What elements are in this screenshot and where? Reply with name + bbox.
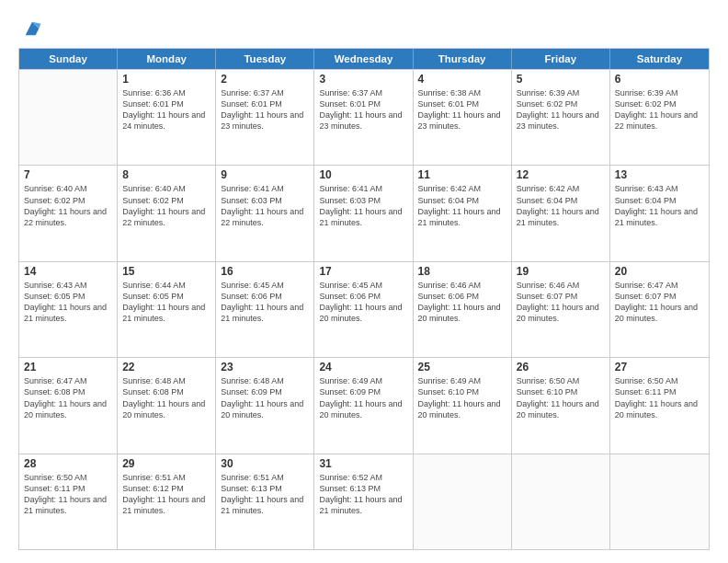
cell-info: Sunrise: 6:39 AMSunset: 6:02 PMDaylight:… — [615, 87, 704, 132]
cell-info: Sunrise: 6:45 AMSunset: 6:06 PMDaylight:… — [319, 280, 407, 325]
calendar-cell: 6Sunrise: 6:39 AMSunset: 6:02 PMDaylight… — [610, 70, 709, 165]
calendar-body: 1Sunrise: 6:36 AMSunset: 6:01 PMDaylight… — [19, 69, 709, 549]
day-number: 1 — [122, 73, 210, 86]
logo — [18, 17, 42, 39]
cell-info: Sunrise: 6:48 AMSunset: 6:09 PMDaylight:… — [221, 375, 309, 420]
cell-info: Sunrise: 6:50 AMSunset: 6:10 PMDaylight:… — [517, 375, 605, 420]
calendar-cell: 29Sunrise: 6:51 AMSunset: 6:12 PMDayligh… — [118, 454, 216, 549]
header-day-friday: Friday — [512, 49, 610, 69]
day-number: 28 — [24, 457, 112, 470]
page: SundayMondayTuesdayWednesdayThursdayFrid… — [0, 0, 728, 563]
cell-info: Sunrise: 6:41 AMSunset: 6:03 PMDaylight:… — [319, 183, 407, 228]
calendar-cell: 13Sunrise: 6:43 AMSunset: 6:04 PMDayligh… — [610, 166, 709, 260]
cell-info: Sunrise: 6:48 AMSunset: 6:08 PMDaylight:… — [122, 375, 210, 420]
calendar-cell: 18Sunrise: 6:46 AMSunset: 6:06 PMDayligh… — [414, 262, 512, 357]
calendar-cell — [610, 454, 709, 549]
calendar-row: 7Sunrise: 6:40 AMSunset: 6:02 PMDaylight… — [19, 165, 709, 260]
calendar-cell: 22Sunrise: 6:48 AMSunset: 6:08 PMDayligh… — [118, 358, 216, 453]
calendar-cell: 14Sunrise: 6:43 AMSunset: 6:05 PMDayligh… — [19, 262, 118, 357]
cell-info: Sunrise: 6:44 AMSunset: 6:05 PMDaylight:… — [122, 280, 210, 325]
cell-info: Sunrise: 6:52 AMSunset: 6:13 PMDaylight:… — [319, 472, 407, 517]
cell-info: Sunrise: 6:39 AMSunset: 6:02 PMDaylight:… — [517, 87, 605, 132]
cell-info: Sunrise: 6:37 AMSunset: 6:01 PMDaylight:… — [319, 87, 407, 132]
calendar-cell: 9Sunrise: 6:41 AMSunset: 6:03 PMDaylight… — [216, 166, 314, 260]
day-number: 12 — [517, 168, 605, 181]
cell-info: Sunrise: 6:46 AMSunset: 6:06 PMDaylight:… — [418, 280, 506, 325]
day-number: 19 — [517, 265, 605, 278]
day-number: 10 — [319, 168, 407, 181]
calendar-cell: 24Sunrise: 6:49 AMSunset: 6:09 PMDayligh… — [314, 358, 413, 453]
cell-info: Sunrise: 6:40 AMSunset: 6:02 PMDaylight:… — [24, 183, 112, 228]
day-number: 4 — [418, 73, 506, 86]
calendar-cell: 26Sunrise: 6:50 AMSunset: 6:10 PMDayligh… — [512, 358, 610, 453]
calendar-cell: 12Sunrise: 6:42 AMSunset: 6:04 PMDayligh… — [512, 166, 610, 260]
calendar-cell — [414, 454, 512, 549]
calendar-cell: 17Sunrise: 6:45 AMSunset: 6:06 PMDayligh… — [314, 262, 413, 357]
calendar-cell: 25Sunrise: 6:49 AMSunset: 6:10 PMDayligh… — [414, 358, 512, 453]
calendar-cell: 15Sunrise: 6:44 AMSunset: 6:05 PMDayligh… — [118, 262, 216, 357]
cell-info: Sunrise: 6:46 AMSunset: 6:07 PMDaylight:… — [517, 280, 605, 325]
calendar-cell: 7Sunrise: 6:40 AMSunset: 6:02 PMDaylight… — [19, 166, 118, 260]
calendar-cell: 31Sunrise: 6:52 AMSunset: 6:13 PMDayligh… — [314, 454, 413, 549]
calendar-cell: 8Sunrise: 6:40 AMSunset: 6:02 PMDaylight… — [118, 166, 216, 260]
calendar-cell — [512, 454, 610, 549]
cell-info: Sunrise: 6:38 AMSunset: 6:01 PMDaylight:… — [418, 87, 506, 132]
cell-info: Sunrise: 6:49 AMSunset: 6:09 PMDaylight:… — [319, 375, 407, 420]
calendar-cell: 30Sunrise: 6:51 AMSunset: 6:13 PMDayligh… — [216, 454, 314, 549]
day-number: 17 — [319, 265, 407, 278]
calendar-cell: 10Sunrise: 6:41 AMSunset: 6:03 PMDayligh… — [314, 166, 413, 260]
day-number: 9 — [221, 168, 309, 181]
cell-info: Sunrise: 6:49 AMSunset: 6:10 PMDaylight:… — [418, 375, 506, 420]
day-number: 2 — [221, 73, 309, 86]
calendar-cell: 21Sunrise: 6:47 AMSunset: 6:08 PMDayligh… — [19, 358, 118, 453]
cell-info: Sunrise: 6:41 AMSunset: 6:03 PMDaylight:… — [221, 183, 309, 228]
day-number: 25 — [418, 361, 506, 373]
calendar-cell: 5Sunrise: 6:39 AMSunset: 6:02 PMDaylight… — [512, 70, 610, 165]
header-day-wednesday: Wednesday — [314, 49, 413, 69]
calendar-cell — [19, 70, 118, 165]
cell-info: Sunrise: 6:36 AMSunset: 6:01 PMDaylight:… — [122, 87, 210, 132]
calendar-cell: 2Sunrise: 6:37 AMSunset: 6:01 PMDaylight… — [216, 70, 314, 165]
calendar-cell: 27Sunrise: 6:50 AMSunset: 6:11 PMDayligh… — [610, 358, 709, 453]
calendar-cell: 4Sunrise: 6:38 AMSunset: 6:01 PMDaylight… — [414, 70, 512, 165]
day-number: 15 — [122, 265, 210, 278]
day-number: 18 — [418, 265, 506, 278]
cell-info: Sunrise: 6:42 AMSunset: 6:04 PMDaylight:… — [517, 183, 605, 228]
calendar-cell: 28Sunrise: 6:50 AMSunset: 6:11 PMDayligh… — [19, 454, 118, 549]
day-number: 13 — [615, 168, 704, 181]
day-number: 22 — [122, 361, 210, 373]
header-day-thursday: Thursday — [414, 49, 512, 69]
calendar-row: 28Sunrise: 6:50 AMSunset: 6:11 PMDayligh… — [19, 454, 709, 549]
day-number: 31 — [319, 457, 407, 470]
cell-info: Sunrise: 6:51 AMSunset: 6:13 PMDaylight:… — [221, 472, 309, 517]
calendar-row: 21Sunrise: 6:47 AMSunset: 6:08 PMDayligh… — [19, 357, 709, 453]
day-number: 11 — [418, 168, 506, 181]
day-number: 23 — [221, 361, 309, 373]
header-day-tuesday: Tuesday — [216, 49, 314, 69]
calendar-cell: 3Sunrise: 6:37 AMSunset: 6:01 PMDaylight… — [314, 70, 413, 165]
calendar-cell: 19Sunrise: 6:46 AMSunset: 6:07 PMDayligh… — [512, 262, 610, 357]
cell-info: Sunrise: 6:50 AMSunset: 6:11 PMDaylight:… — [24, 472, 112, 517]
calendar-cell: 16Sunrise: 6:45 AMSunset: 6:06 PMDayligh… — [216, 262, 314, 357]
cell-info: Sunrise: 6:37 AMSunset: 6:01 PMDaylight:… — [221, 87, 309, 132]
cell-info: Sunrise: 6:42 AMSunset: 6:04 PMDaylight:… — [418, 183, 506, 228]
calendar-cell: 20Sunrise: 6:47 AMSunset: 6:07 PMDayligh… — [610, 262, 709, 357]
cell-info: Sunrise: 6:45 AMSunset: 6:06 PMDaylight:… — [221, 280, 309, 325]
header-day-monday: Monday — [118, 49, 216, 69]
header — [18, 17, 710, 39]
day-number: 29 — [122, 457, 210, 470]
day-number: 3 — [319, 73, 407, 86]
day-number: 26 — [517, 361, 605, 373]
day-number: 30 — [221, 457, 309, 470]
day-number: 20 — [615, 265, 704, 278]
calendar-row: 1Sunrise: 6:36 AMSunset: 6:01 PMDaylight… — [19, 69, 709, 165]
day-number: 6 — [615, 73, 704, 86]
calendar-cell: 1Sunrise: 6:36 AMSunset: 6:01 PMDaylight… — [118, 70, 216, 165]
day-number: 7 — [24, 168, 112, 181]
cell-info: Sunrise: 6:50 AMSunset: 6:11 PMDaylight:… — [615, 375, 704, 420]
day-number: 8 — [122, 168, 210, 181]
calendar: SundayMondayTuesdayWednesdayThursdayFrid… — [18, 48, 710, 550]
header-day-saturday: Saturday — [610, 49, 709, 69]
day-number: 24 — [319, 361, 407, 373]
cell-info: Sunrise: 6:40 AMSunset: 6:02 PMDaylight:… — [122, 183, 210, 228]
